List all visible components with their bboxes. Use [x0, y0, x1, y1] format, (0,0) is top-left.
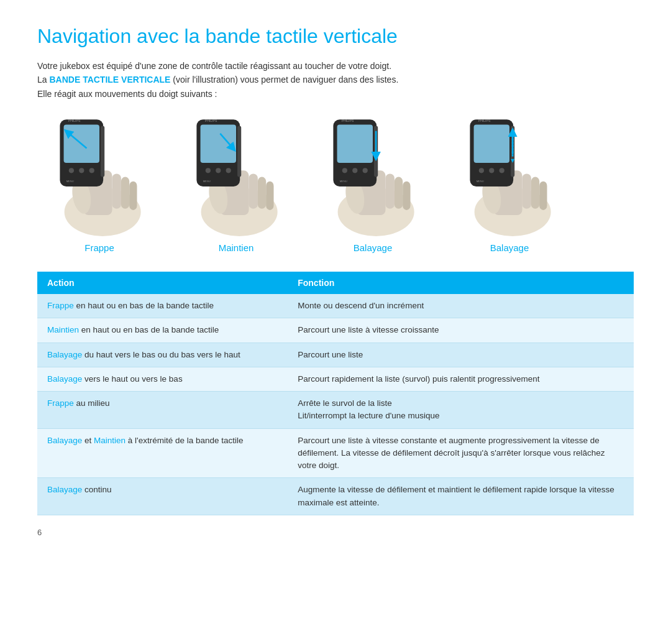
action-text: et [82, 436, 94, 445]
action-text: vers le haut ou vers le bas [82, 374, 182, 384]
action-text: du haut vers le bas ou du bas vers le ha… [82, 350, 240, 359]
svg-point-55 [479, 168, 484, 173]
svg-text:MENU: MENU [340, 180, 347, 183]
svg-rect-37 [337, 125, 373, 163]
illus-maintien-image: PHILIPS MENU [183, 113, 289, 237]
action-text: au milieu [74, 398, 110, 408]
intro-line2-pre: La [37, 75, 49, 85]
page-title: Navigation avec la bande tactile vertica… [37, 25, 634, 48]
table-header-action: Action [37, 272, 288, 294]
table-row: Balayage continuAugmente la vitesse de d… [37, 478, 634, 515]
illus-balayage2-label: Balayage [490, 242, 529, 253]
svg-rect-35 [403, 182, 410, 210]
svg-rect-24 [237, 126, 241, 177]
svg-rect-20 [266, 182, 273, 210]
svg-rect-4 [121, 177, 129, 209]
table-row: Balayage et Maintien à l'extrémité de la… [37, 428, 634, 478]
svg-rect-52 [474, 125, 509, 163]
table-header-fonction: Fonction [288, 272, 634, 294]
svg-text:PHILIPS: PHILIPS [68, 119, 81, 123]
svg-point-56 [489, 168, 494, 173]
svg-rect-9 [101, 126, 104, 177]
illus-balayage2: PHILIPS MENU Balayage [447, 113, 572, 253]
table-cell-fonction: Augmente la vitesse de défilement et mai… [288, 478, 634, 515]
svg-point-12 [89, 168, 94, 173]
svg-rect-33 [386, 174, 395, 209]
action-keyword: Balayage [47, 374, 82, 384]
svg-point-40 [342, 168, 347, 173]
action-keyword: Balayage [47, 436, 82, 445]
svg-point-25 [206, 168, 211, 173]
illus-frappe: PHILIPS MENU Frappe [37, 113, 162, 253]
svg-text:MENU: MENU [203, 180, 211, 183]
page-number: 6 [37, 528, 634, 537]
svg-rect-34 [395, 177, 403, 209]
illus-balayage1-image: PHILIPS MENU [320, 113, 426, 237]
table-header-row: Action Fonction [37, 272, 634, 294]
illus-frappe-label: Frappe [84, 242, 114, 253]
table-cell-action: Frappe en haut ou en bas de la bande tac… [37, 294, 288, 318]
intro-paragraph: Votre jukebox est équipé d'une zone de c… [37, 59, 609, 101]
action-text2: à l'extrémité de la bande tactile [126, 436, 243, 445]
table-cell-fonction: Monte ou descend d'un incrément [288, 294, 634, 318]
table-cell-action: Maintien en haut ou en bas de la bande t… [37, 318, 288, 343]
illus-balayage1-label: Balayage [354, 242, 393, 253]
svg-text:PHILIPS: PHILIPS [205, 119, 217, 123]
svg-point-27 [226, 168, 231, 173]
intro-line2-post: (voir l'illustration) vous permet de nav… [170, 75, 398, 85]
svg-rect-3 [112, 174, 121, 209]
svg-rect-49 [531, 177, 539, 209]
svg-text:MENU: MENU [477, 180, 484, 183]
svg-text:PHILIPS: PHILIPS [478, 119, 491, 123]
svg-rect-48 [523, 174, 531, 209]
action-text: continu [82, 485, 111, 494]
table-cell-action: Balayage et Maintien à l'extrémité de la… [37, 428, 288, 478]
action-keyword: Balayage [47, 350, 82, 359]
table-cell-fonction: Parcourt une liste à vitesse constante e… [288, 428, 634, 478]
action-keyword: Balayage [47, 485, 82, 494]
illus-balayage2-image: PHILIPS MENU [457, 113, 562, 237]
table-cell-fonction: Parcourt rapidement la liste (survol) pu… [288, 367, 634, 391]
table-cell-fonction: Arrête le survol de la listeLit/interrom… [288, 392, 634, 429]
table-row: Balayage du haut vers le bas ou du bas v… [37, 343, 634, 367]
action-keyword2: Maintien [94, 436, 126, 445]
svg-rect-19 [258, 177, 266, 209]
table-cell-action: Balayage du haut vers le bas ou du bas v… [37, 343, 288, 367]
table-cell-fonction: Parcourt une liste à vitesse croissante [288, 318, 634, 343]
svg-point-41 [352, 168, 357, 173]
illus-maintien: PHILIPS MENU Maintien [174, 113, 298, 253]
table-cell-action: Frappe au milieu [37, 392, 288, 429]
navigation-table: Action Fonction Frappe en haut ou en bas… [37, 272, 634, 515]
svg-point-57 [500, 168, 504, 173]
svg-rect-18 [249, 174, 258, 209]
svg-point-10 [69, 168, 74, 173]
svg-rect-50 [539, 182, 547, 210]
action-text: en haut ou en bas de la bande tactile [74, 301, 214, 310]
svg-point-11 [79, 168, 84, 173]
table-row: Frappe au milieuArrête le survol de la l… [37, 392, 634, 429]
intro-highlight: BANDE TACTILE VERTICALE [49, 75, 170, 85]
table-row: Frappe en haut ou en bas de la bande tac… [37, 294, 634, 318]
table-cell-fonction: Parcourt une liste [288, 343, 634, 367]
illus-frappe-image: PHILIPS MENU [47, 113, 152, 237]
intro-line3: Elle réagit aux mouvements du doigt suiv… [37, 89, 217, 99]
illustrations-row: PHILIPS MENU Frappe [37, 113, 634, 253]
table-cell-action: Balayage vers le haut ou vers le bas [37, 367, 288, 391]
intro-line1: Votre jukebox est équipé d'une zone de c… [37, 61, 391, 71]
action-text: en haut ou en bas de la bande tactile [79, 325, 219, 334]
svg-rect-22 [201, 125, 236, 163]
action-keyword: Maintien [47, 325, 79, 334]
illus-maintien-label: Maintien [219, 242, 254, 253]
table-cell-action: Balayage continu [37, 478, 288, 515]
table-row: Maintien en haut ou en bas de la bande t… [37, 318, 634, 343]
illus-balayage1: PHILIPS MENU Balayage [311, 113, 435, 253]
svg-point-26 [216, 168, 221, 173]
svg-text:MENU: MENU [66, 180, 74, 183]
svg-text:PHILIPS: PHILIPS [342, 119, 354, 123]
table-row: Balayage vers le haut ou vers le basParc… [37, 367, 634, 391]
svg-rect-5 [129, 182, 137, 210]
action-keyword: Frappe [47, 301, 74, 310]
svg-point-42 [363, 168, 368, 173]
action-keyword: Frappe [47, 398, 74, 408]
